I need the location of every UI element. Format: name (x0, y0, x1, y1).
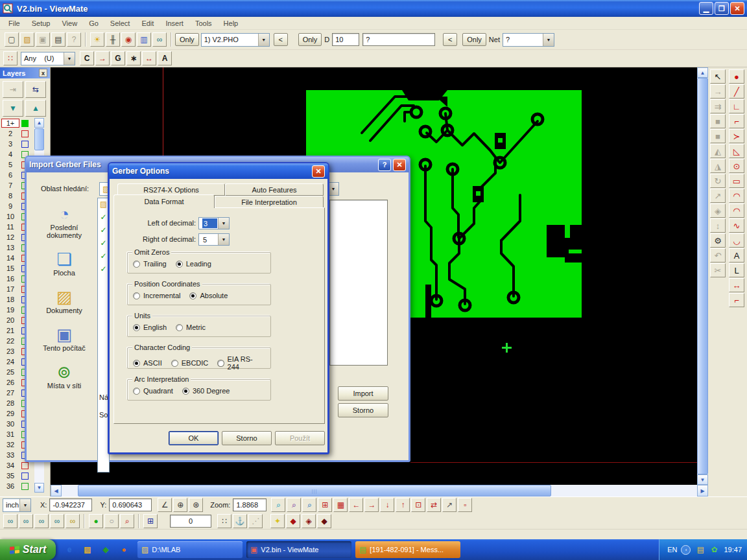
selection-grid-icon[interactable]: ∷ (3, 51, 18, 65)
menu-file[interactable]: File (3, 18, 26, 29)
task-messenger[interactable]: ▤[191-482-091] - Mess... (355, 541, 460, 558)
scrollbar-thumb[interactable] (697, 78, 708, 474)
radio-button-icon[interactable] (176, 261, 183, 268)
resize-frame-icon[interactable]: ↗ (442, 498, 456, 512)
pan-right-icon[interactable]: → (364, 498, 379, 512)
dot-grid-icon[interactable]: ∷ (217, 514, 231, 528)
radio-quadrant[interactable]: Quadrant (133, 387, 173, 395)
layer-color-box[interactable] (21, 141, 29, 148)
only-net-button[interactable]: Only (462, 33, 486, 46)
layer-color-box[interactable] (21, 472, 29, 480)
start-button[interactable]: Start (0, 539, 56, 560)
tool-swap-icon[interactable]: ↔ (142, 51, 156, 65)
dcode-input[interactable]: 10 (332, 33, 359, 46)
menu-view[interactable]: View (56, 18, 83, 29)
settings-gear-icon[interactable]: ⚙ (710, 233, 726, 248)
menu-insert[interactable]: Insert (160, 18, 189, 29)
menu-edit[interactable]: Edit (136, 18, 160, 29)
active-layer-combo[interactable]: 1) V2.PHO ▼ (201, 33, 270, 47)
scroll-up-icon[interactable]: ▲ (34, 118, 44, 128)
layers-close-icon[interactable]: x (39, 69, 47, 77)
radio-button-icon[interactable] (176, 324, 183, 331)
layer-color-box[interactable] (21, 462, 29, 469)
tool-g-icon[interactable]: G (111, 51, 125, 65)
tray-clipboard-icon[interactable]: ▤ (695, 542, 706, 557)
radio-360-degree[interactable]: 360 Degree (182, 387, 230, 395)
move-layer-up-icon[interactable]: ▲ (25, 100, 46, 117)
pan-left-icon[interactable]: ← (349, 498, 363, 512)
menu-tools[interactable]: Tools (189, 18, 218, 29)
restore-button[interactable]: ❐ (715, 2, 729, 15)
help-icon[interactable]: ? (378, 159, 391, 171)
chevron-down-icon[interactable]: ▼ (64, 52, 75, 65)
reader-icon[interactable]: ◆ (99, 542, 112, 557)
radio-button-icon[interactable] (182, 388, 189, 395)
close-button[interactable]: ✕ (730, 2, 744, 15)
dcode-filter-input[interactable]: ? (362, 33, 435, 46)
close-icon[interactable]: ✕ (393, 159, 406, 171)
draw-rectangle-icon[interactable]: ▭ (729, 174, 744, 188)
language-indicator[interactable]: EN (667, 546, 677, 554)
view-outline-icon[interactable]: ∞ (65, 514, 80, 528)
radio-absolute[interactable]: Absolute (189, 292, 228, 299)
draw-triangle-icon[interactable]: ◺ (729, 144, 744, 158)
pan-down-icon[interactable]: ↓ (380, 498, 394, 512)
highlight-off-icon[interactable]: ○ (104, 514, 119, 528)
selected-files-list[interactable] (329, 200, 388, 366)
zoom-grid-icon[interactable]: ⌕ (287, 498, 301, 512)
firefox-icon[interactable]: ● (117, 542, 130, 557)
radio-trailing[interactable]: Trailing (133, 260, 167, 268)
table-view-icon[interactable]: ⊞ (143, 514, 158, 528)
view-drills-icon[interactable]: ∞ (50, 514, 64, 528)
place-recent-documents[interactable]: ◔Poslední dokumenty (33, 204, 95, 239)
grid-swap-icon[interactable]: ⇄ (427, 498, 441, 512)
select-frame-icon[interactable]: ▫ (458, 498, 472, 512)
radio-button-icon[interactable] (133, 261, 140, 268)
ie-icon[interactable]: e (63, 542, 76, 557)
radio-metric[interactable]: Metric (176, 323, 206, 331)
flash-highlight-icon[interactable]: ☀ (90, 32, 104, 47)
crosshair-icon[interactable]: ⊕ (173, 498, 187, 512)
view-polygons-icon[interactable]: ∞ (34, 514, 49, 528)
only-layer-button[interactable]: Only (175, 33, 199, 46)
left-of-decimal-combo[interactable]: 3 ▼ (198, 217, 230, 229)
layer-row-1[interactable]: 1+ (1, 118, 34, 128)
chevron-down-icon[interactable]: ▼ (19, 499, 30, 511)
radio-leading[interactable]: Leading (176, 260, 211, 268)
place-network[interactable]: ⊚Místa v síti (33, 362, 95, 390)
draw-line-icon[interactable]: ╱ (729, 84, 744, 99)
place-documents[interactable]: ▨Dokumenty (33, 287, 95, 314)
prev-dcode-button[interactable]: < (443, 33, 457, 46)
inspect-glasses-icon[interactable]: ∞ (152, 32, 167, 47)
zoom-selection-icon[interactable]: ⌕ (302, 498, 316, 512)
horizontal-scrollbar[interactable]: ◀ ||| ▶ (51, 485, 708, 496)
snap-pad-icon[interactable]: ◆ (286, 514, 300, 528)
chevron-down-icon[interactable]: ▼ (543, 34, 554, 46)
tray-collapse-icon[interactable]: ‹ (681, 545, 691, 555)
radio-ebcdic[interactable]: EBCDIC (171, 359, 209, 367)
tab-data-format[interactable]: Data Format (113, 194, 215, 208)
prev-layer-button[interactable]: < (274, 33, 288, 46)
draw-u-shape-icon[interactable]: ⌐ (729, 114, 744, 128)
layer-row-36[interactable]: 36 (1, 481, 34, 491)
label-tool-icon[interactable]: L (729, 263, 744, 277)
highlight-dcode-icon[interactable]: ◉ (121, 32, 136, 47)
draw-corner-icon[interactable]: ∟ (729, 99, 744, 113)
task-viewmate[interactable]: ▣V2.bin - ViewMate (246, 541, 351, 558)
draw-arc2-icon[interactable]: ∿ (729, 218, 744, 233)
grid-full-icon[interactable]: ▦ (333, 498, 348, 512)
layer-color-box[interactable] (21, 483, 29, 490)
aperture-list-icon[interactable]: ╫ (106, 32, 120, 47)
select-cursor-icon[interactable]: ↖ (710, 69, 726, 84)
close-icon[interactable]: ✕ (312, 165, 325, 178)
new-file-icon[interactable]: ▢ (5, 32, 19, 47)
zoom-tool-icon[interactable]: ⌕ (271, 498, 285, 512)
scroll-right-icon[interactable]: ▶ (697, 485, 708, 496)
place-desktop[interactable]: ❏Plocha (33, 250, 95, 277)
radio-eia-rs-244[interactable]: EIA RS-244 (217, 355, 261, 371)
flash-pad-icon[interactable]: ● (729, 69, 744, 84)
draw-arc-icon[interactable]: ◠ (729, 189, 744, 203)
pan-up-icon[interactable]: ↑ (396, 498, 410, 512)
ok-button[interactable]: OK (169, 431, 219, 445)
radio-incremental[interactable]: Incremental (133, 292, 180, 299)
